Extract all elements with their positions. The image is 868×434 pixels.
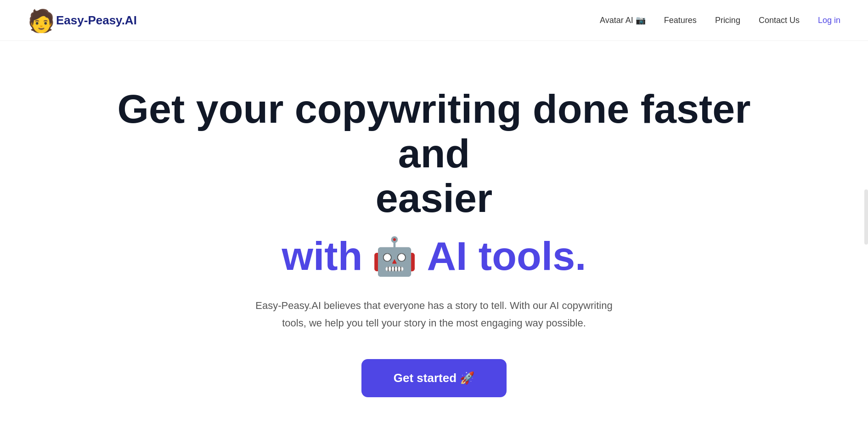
nav-link-contact[interactable]: Contact Us xyxy=(759,16,800,25)
hero-subheading: with 🤖 AI tools. xyxy=(282,234,586,279)
hero-subheading-prefix: with xyxy=(282,234,362,279)
get-started-button[interactable]: Get started 🚀 xyxy=(361,359,507,397)
nav-links: Avatar AI 📷 Features Pricing Contact Us … xyxy=(600,15,840,25)
nav-link-avatar-ai[interactable]: Avatar AI 📷 xyxy=(600,15,646,25)
hero-description: Easy-Peasy.AI believes that everyone has… xyxy=(255,297,613,331)
nav-link-pricing[interactable]: Pricing xyxy=(715,16,740,25)
hero-heading: Get your copywriting done faster and eas… xyxy=(113,87,755,220)
nav-link-login[interactable]: Log in xyxy=(818,16,840,25)
logo-text: Easy-Peasy.AI xyxy=(56,13,137,28)
hero-section: Get your copywriting done faster and eas… xyxy=(0,41,868,434)
hero-subheading-suffix: AI tools. xyxy=(427,234,586,279)
nav-link-features[interactable]: Features xyxy=(664,16,697,25)
logo[interactable]: 🧑 Easy-Peasy.AI xyxy=(28,8,137,32)
logo-icon: 🧑 xyxy=(28,8,51,32)
robot-icon: 🤖 xyxy=(372,238,417,275)
navbar: 🧑 Easy-Peasy.AI Avatar AI 📷 Features Pri… xyxy=(0,0,868,41)
scrollbar xyxy=(864,189,868,245)
